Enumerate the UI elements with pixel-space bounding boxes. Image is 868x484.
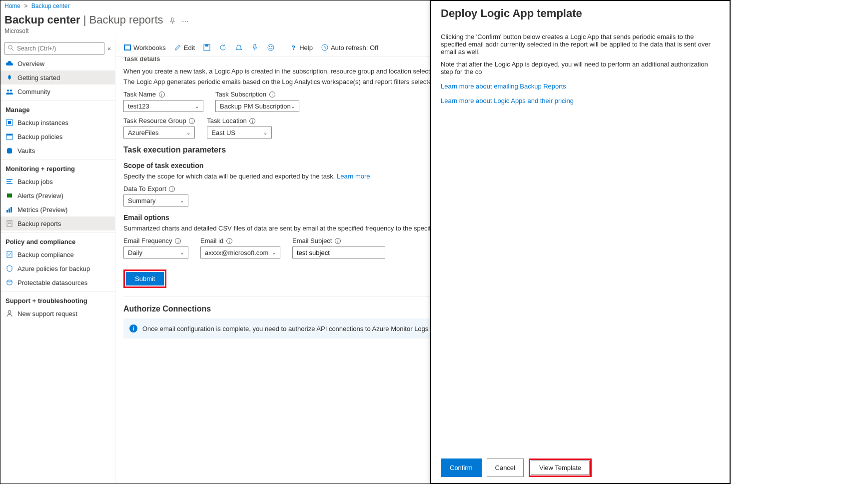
info-icon: i bbox=[129, 324, 137, 332]
auto-refresh-button[interactable]: Auto refresh: Off bbox=[318, 42, 381, 54]
edit-icon bbox=[174, 44, 182, 52]
sidebar-item-backup-reports[interactable]: Backup reports bbox=[0, 216, 115, 230]
sidebar-item-label: Overview bbox=[17, 60, 44, 68]
svg-line-1 bbox=[12, 48, 14, 50]
info-icon[interactable]: i bbox=[159, 92, 165, 98]
sidebar-item-community[interactable]: Community bbox=[0, 84, 115, 98]
sidebar-item-alerts[interactable]: Alerts (Preview) bbox=[0, 188, 115, 202]
deploy-panel: Deploy Logic App template Clicking the '… bbox=[430, 0, 730, 484]
info-icon[interactable]: i bbox=[169, 186, 175, 192]
feedback-button[interactable] bbox=[264, 42, 278, 54]
sidebar-item-backup-policies[interactable]: Backup policies bbox=[0, 130, 115, 144]
email-freq-select[interactable]: Daily⌄ bbox=[123, 246, 188, 258]
email-id-select[interactable]: axxxx@microsoft.com⌄ bbox=[200, 246, 280, 258]
sidebar-item-label: Azure policies for backup bbox=[17, 265, 90, 272]
sidebar-item-label: Backup jobs bbox=[17, 178, 53, 186]
vault-icon bbox=[5, 146, 13, 154]
sidebar-item-label: New support request bbox=[17, 310, 77, 318]
task-subscription-select[interactable]: Backup PM Subscription⌄ bbox=[215, 100, 299, 112]
task-subscription-label: Task Subscription i bbox=[215, 90, 299, 98]
confirm-button[interactable]: Confirm bbox=[441, 458, 482, 477]
sidebar: « Overview Getting started Community Man… bbox=[0, 38, 115, 484]
sidebar-item-protectable[interactable]: Protectable datasources bbox=[0, 276, 115, 290]
sidebar-item-vaults[interactable]: Vaults bbox=[0, 144, 115, 158]
help-button[interactable]: ? Help bbox=[286, 42, 316, 54]
info-icon[interactable]: i bbox=[175, 238, 181, 244]
info-icon[interactable]: i bbox=[335, 238, 341, 244]
refresh-button[interactable] bbox=[216, 42, 230, 54]
pin-icon[interactable] bbox=[169, 18, 176, 26]
jobs-icon bbox=[5, 178, 13, 186]
people-icon bbox=[5, 88, 13, 96]
workbooks-button[interactable]: Workbooks bbox=[120, 42, 169, 54]
task-name-select[interactable]: test123⌄ bbox=[123, 100, 203, 112]
sidebar-item-label: Community bbox=[17, 88, 50, 96]
reports-icon bbox=[5, 220, 13, 228]
info-banner-text: Once email configuration is complete, yo… bbox=[142, 325, 460, 332]
search-input-wrapper[interactable] bbox=[4, 42, 104, 54]
svg-rect-5 bbox=[8, 121, 11, 124]
notify-button[interactable] bbox=[232, 42, 246, 54]
sidebar-item-support-request[interactable]: New support request bbox=[0, 306, 115, 320]
cancel-button[interactable]: Cancel bbox=[487, 458, 524, 477]
edit-button[interactable]: Edit bbox=[171, 42, 198, 54]
panel-link-backup-reports[interactable]: Learn more about emailing Backup Reports bbox=[441, 82, 720, 90]
breadcrumb-backup-center[interactable]: Backup center bbox=[31, 2, 70, 10]
cloud-icon bbox=[5, 60, 13, 68]
info-icon[interactable]: i bbox=[226, 238, 232, 244]
panel-text-2: Note that after the Logic App is deploye… bbox=[441, 60, 720, 76]
email-freq-label: Email Frequency i bbox=[123, 237, 188, 244]
notify-icon bbox=[235, 44, 243, 52]
sidebar-item-backup-jobs[interactable]: Backup jobs bbox=[0, 174, 115, 188]
clock-icon bbox=[321, 44, 329, 52]
breadcrumb-home[interactable]: Home bbox=[4, 2, 20, 10]
panel-link-logic-apps-pricing[interactable]: Learn more about Logic Apps and their pr… bbox=[441, 97, 720, 104]
svg-point-27 bbox=[271, 46, 272, 47]
sidebar-item-azure-policies[interactable]: Azure policies for backup bbox=[0, 262, 115, 276]
pin-toolbar-button[interactable] bbox=[248, 42, 262, 54]
data-export-select[interactable]: Summary⌄ bbox=[123, 194, 188, 206]
more-icon[interactable]: ⋯ bbox=[182, 18, 188, 25]
task-name-label: Task Name i bbox=[123, 90, 203, 98]
learn-more-link[interactable]: Learn more bbox=[337, 172, 370, 180]
chevron-down-icon: ⌄ bbox=[180, 250, 184, 256]
search-icon bbox=[8, 45, 14, 52]
submit-highlight: Submit bbox=[123, 270, 166, 288]
chevron-down-icon: ⌄ bbox=[291, 104, 295, 109]
info-icon[interactable]: i bbox=[249, 118, 255, 124]
sidebar-item-label: Backup policies bbox=[17, 133, 62, 140]
svg-rect-11 bbox=[7, 194, 12, 198]
chevron-down-icon: ⌄ bbox=[195, 104, 199, 109]
policy-icon bbox=[5, 264, 13, 272]
sidebar-item-getting-started[interactable]: Getting started bbox=[0, 70, 115, 84]
info-icon[interactable]: i bbox=[189, 118, 195, 124]
sidebar-item-label: Getting started bbox=[17, 74, 60, 82]
calendar-icon bbox=[5, 132, 13, 140]
smile-icon bbox=[267, 44, 275, 52]
task-rg-label: Task Resource Group i bbox=[123, 117, 195, 124]
chevron-down-icon: ⌄ bbox=[186, 130, 190, 136]
svg-point-19 bbox=[7, 280, 12, 282]
view-template-button[interactable]: View Template bbox=[531, 460, 590, 475]
svg-rect-13 bbox=[8, 208, 10, 212]
sidebar-item-backup-compliance[interactable]: Backup compliance bbox=[0, 248, 115, 262]
svg-rect-14 bbox=[10, 207, 12, 212]
task-rg-select[interactable]: AzureFiles⌄ bbox=[123, 126, 195, 138]
submit-button[interactable]: Submit bbox=[126, 272, 164, 286]
datasource-icon bbox=[5, 278, 13, 286]
sidebar-item-backup-instances[interactable]: Backup instances bbox=[0, 116, 115, 130]
sidebar-item-label: Backup reports bbox=[17, 220, 61, 228]
help-icon: ? bbox=[289, 44, 297, 52]
task-location-select[interactable]: East US⌄ bbox=[207, 126, 272, 138]
save-button[interactable] bbox=[200, 42, 214, 54]
sidebar-collapse-icon[interactable]: « bbox=[107, 45, 111, 52]
svg-rect-12 bbox=[6, 210, 8, 212]
alert-icon bbox=[5, 192, 13, 200]
workbooks-icon bbox=[123, 44, 131, 52]
svg-rect-7 bbox=[6, 134, 12, 136]
sidebar-item-overview[interactable]: Overview bbox=[0, 56, 115, 70]
sidebar-item-metrics[interactable]: Metrics (Preview) bbox=[0, 202, 115, 216]
search-input[interactable] bbox=[17, 45, 101, 52]
info-icon[interactable]: i bbox=[269, 92, 275, 98]
email-subject-input[interactable] bbox=[292, 246, 385, 258]
